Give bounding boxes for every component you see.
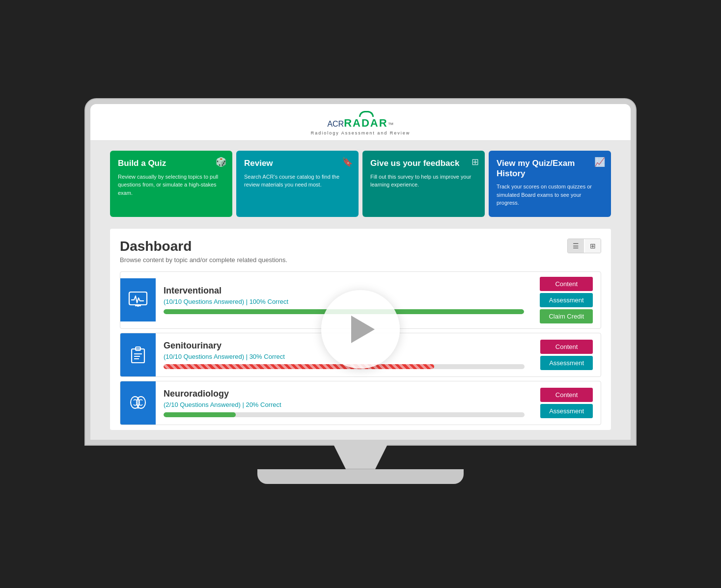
feedback-icon: ⊞ — [471, 157, 479, 167]
course-row-interventional: Interventional (10/10 Questions Answered… — [120, 271, 601, 329]
monitor-stand-base — [257, 469, 464, 484]
interventional-info: Interventional (10/10 Questions Answered… — [156, 280, 532, 320]
logo-container: ACR RADAR ™ Radiology Assessment and Rev… — [311, 112, 411, 135]
feedback-card[interactable]: ⊞ Give us your feedback Fill out this su… — [362, 151, 485, 216]
interventional-name: Interventional — [164, 286, 524, 296]
build-quiz-card[interactable]: 🎲 Build a Quiz Review casually by select… — [110, 151, 232, 216]
genitourinary-name: Genitourinary — [164, 341, 525, 351]
feedback-title: Give us your feedback — [370, 159, 477, 168]
history-icon: 📈 — [594, 157, 605, 167]
logo-radar-text: RADAR — [344, 117, 388, 130]
dashboard-section: Dashboard Browse content by topic and/or… — [110, 229, 611, 430]
quiz-icon: 🎲 — [216, 157, 226, 167]
genitourinary-assessment-button[interactable]: Assessment — [540, 356, 593, 370]
grid-view-button[interactable]: ⊞ — [585, 239, 601, 253]
build-quiz-desc: Review casually by selecting topics to p… — [118, 173, 224, 197]
dashboard-subtitle: Browse content by topic and/or complete … — [120, 256, 287, 264]
genitourinary-content-button[interactable]: Content — [540, 340, 593, 354]
view-toggle: ☰ ⊞ — [567, 239, 601, 253]
dashboard-title-block: Dashboard Browse content by topic and/or… — [120, 239, 287, 264]
logo-tagline: Radiology Assessment and Review — [311, 131, 411, 135]
neuroradiology-name: Neuroradiology — [164, 389, 525, 399]
monitor-heart-icon — [128, 291, 148, 309]
review-desc: Search ACR's course catalog to find the … — [244, 173, 351, 189]
course-row-genitourinary: Genitourinary (10/10 Questions Answered)… — [120, 333, 601, 377]
header-bar: ACR RADAR ™ Radiology Assessment and Rev… — [90, 104, 631, 141]
genitourinary-progress-bg — [164, 364, 525, 369]
monitor-screen: ACR RADAR ™ Radiology Assessment and Rev… — [90, 104, 631, 439]
dashboard-title: Dashboard — [120, 239, 287, 254]
genitourinary-info: Genitourinary (10/10 Questions Answered)… — [156, 335, 532, 375]
neuroradiology-content-button[interactable]: Content — [540, 388, 593, 402]
feedback-desc: Fill out this survey to help us improve … — [370, 173, 477, 189]
history-desc: Track your scores on custom quizzes or s… — [497, 183, 603, 207]
logo-tm-text: ™ — [388, 121, 394, 128]
interventional-progress-fill — [164, 309, 524, 314]
genitourinary-progress-fill — [164, 364, 434, 369]
main-content: 🎲 Build a Quiz Review casually by select… — [90, 141, 631, 439]
list-view-button[interactable]: ☰ — [568, 239, 584, 253]
history-card[interactable]: 📈 View my Quiz/Exam History Track your s… — [489, 151, 611, 216]
course-list: Interventional (10/10 Questions Answered… — [120, 271, 601, 425]
clipboard-icon — [129, 346, 147, 364]
course-row-neuroradiology: Neuroradiology (2/10 Questions Answered)… — [120, 381, 601, 425]
interventional-content-button[interactable]: Content — [540, 277, 593, 291]
interventional-progress-bg — [164, 309, 524, 314]
neuroradiology-icon-area — [120, 381, 156, 425]
interventional-claim-button[interactable]: Claim Credit — [540, 309, 593, 323]
history-title: View my Quiz/Exam History — [497, 159, 603, 179]
review-title: Review — [244, 159, 351, 168]
logo-acr-text: ACR — [327, 120, 344, 129]
interventional-actions: Content Assessment Claim Credit — [532, 272, 601, 328]
review-card[interactable]: 🔖 Review Search ACR's course catalog to … — [236, 151, 359, 216]
action-cards-grid: 🎲 Build a Quiz Review casually by select… — [110, 151, 611, 216]
neuroradiology-progress-fill — [164, 412, 236, 417]
screen-content-wrapper: Dashboard Browse content by topic and/or… — [110, 229, 611, 430]
interventional-assessment-button[interactable]: Assessment — [540, 293, 593, 307]
neuroradiology-assessment-button[interactable]: Assessment — [540, 404, 593, 418]
monitor-wrapper: ACR RADAR ™ Radiology Assessment and Rev… — [90, 104, 631, 483]
genitourinary-stats: (10/10 Questions Answered) | 30% Correct — [164, 353, 525, 360]
neuroradiology-progress-bg — [164, 412, 525, 417]
logo-arch-icon — [359, 111, 374, 117]
interventional-icon-area — [120, 278, 156, 321]
genitourinary-icon-area — [120, 333, 156, 376]
svg-rect-3 — [132, 349, 144, 363]
neuroradiology-info: Neuroradiology (2/10 Questions Answered)… — [156, 383, 532, 423]
review-icon: 🔖 — [342, 157, 353, 167]
interventional-stats: (10/10 Questions Answered) | 100% Correc… — [164, 298, 524, 305]
build-quiz-title: Build a Quiz — [118, 159, 224, 168]
brain-icon — [128, 394, 148, 412]
dashboard-header: Dashboard Browse content by topic and/or… — [120, 239, 601, 264]
neuroradiology-stats: (2/10 Questions Answered) | 20% Correct — [164, 401, 525, 408]
monitor-stand-neck — [311, 440, 410, 469]
neuroradiology-actions: Content Assessment — [532, 383, 601, 423]
genitourinary-actions: Content Assessment — [532, 335, 601, 375]
